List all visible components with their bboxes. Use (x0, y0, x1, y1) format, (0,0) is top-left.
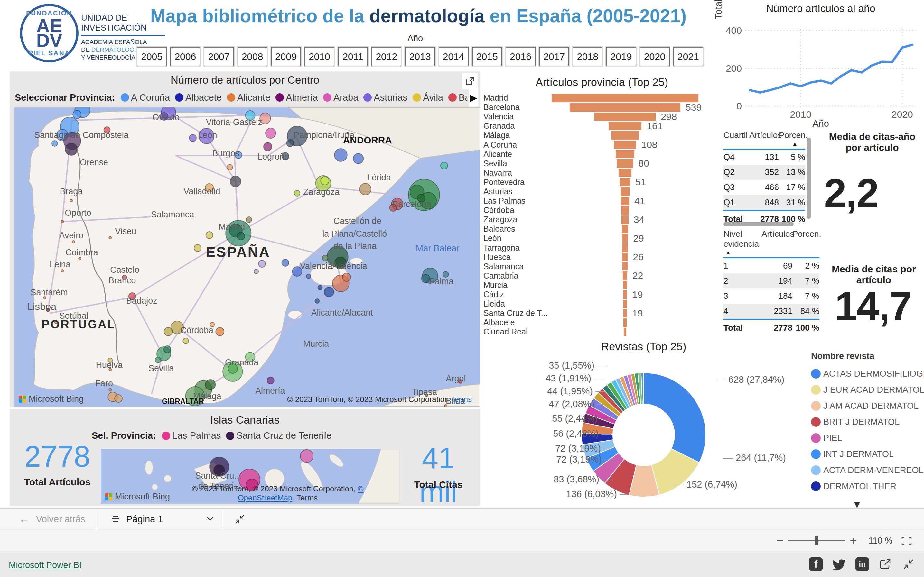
funnel-bar[interactable] (622, 234, 628, 242)
map-bubble[interactable] (237, 232, 245, 240)
map-bubble[interactable] (73, 110, 81, 119)
year-button-2019[interactable]: 2019 (606, 47, 636, 66)
province-filter-asturias[interactable]: Asturias (363, 92, 407, 103)
table-row[interactable]: 1692 % (724, 258, 819, 273)
year-button-2020[interactable]: 2020 (640, 47, 670, 66)
legend-item-int-j-dermatol[interactable]: INT J DERMATOL (811, 446, 924, 462)
province-filter-ávila[interactable]: Ávila (413, 92, 443, 103)
zoom-slider[interactable] (788, 540, 845, 541)
map-bubble[interactable] (61, 269, 64, 272)
funnel-bar[interactable] (622, 262, 627, 271)
province-filter-a-coruña[interactable]: A Coruña (121, 92, 170, 103)
map-bubble[interactable] (360, 183, 371, 195)
year-button-2010[interactable]: 2010 (304, 47, 334, 66)
table-row[interactable]: Q346617 % (724, 180, 805, 195)
zoom-out-button[interactable]: − (772, 534, 788, 548)
slicer-scroll-right-icon[interactable]: ▶ (468, 88, 478, 107)
map-bubble[interactable] (227, 164, 233, 170)
chevron-down-icon[interactable] (206, 516, 214, 523)
funnel-bar[interactable] (615, 150, 635, 158)
terms-link[interactable]: Terms (451, 395, 472, 404)
funnel-bar[interactable] (624, 318, 627, 327)
map-bubble[interactable] (334, 148, 347, 161)
map-bubble[interactable] (115, 395, 122, 402)
province-filter-santa-cruz-de-tenerife[interactable]: Santa Cruz de Tenerife (226, 430, 331, 441)
legend-item-j-eur-acad-dermatol[interactable]: J EUR ACAD DERMATOL (811, 382, 924, 398)
year-button-2016[interactable]: 2016 (506, 47, 536, 66)
evidence-table-header[interactable]: Nivel evidenciaArtículosPorcen. ▲ (724, 229, 819, 258)
back-arrow-icon[interactable]: ← (19, 513, 30, 525)
map-bubble[interactable] (65, 143, 78, 155)
canarias-map[interactable]: Santa Cru...de Teneri... Microsoft Bing … (101, 449, 399, 504)
map-bubble[interactable] (52, 140, 58, 146)
funnel-bar[interactable] (623, 290, 627, 299)
legend-item-dermatol-ther[interactable]: DERMATOL THER (811, 478, 924, 494)
map-bubble[interactable] (294, 190, 300, 196)
map-bubble[interactable] (286, 140, 294, 147)
province-filter-almería[interactable]: Almería (276, 92, 318, 103)
province-filter-albacete[interactable]: Albacete (175, 92, 222, 103)
map-bubble[interactable] (324, 287, 334, 297)
donut-slice-actas-dermosifiliogr[interactable] (644, 373, 706, 463)
map-bubble[interactable] (164, 327, 173, 336)
map-bubble[interactable] (109, 388, 111, 391)
powerbi-link[interactable]: Microsoft Power BI (9, 560, 82, 570)
map-bubble[interactable] (189, 134, 196, 142)
funnel-bar[interactable] (570, 103, 680, 111)
map-bubble[interactable] (321, 177, 329, 185)
funnel-bar[interactable] (621, 197, 629, 205)
funnel-bar[interactable] (609, 122, 642, 130)
map-bubble[interactable] (342, 273, 351, 281)
map-bubble[interactable] (61, 220, 64, 223)
funnel-bar[interactable] (620, 178, 630, 186)
map-bubble[interactable] (246, 217, 252, 222)
back-button[interactable]: Volver atrás (36, 514, 85, 525)
year-button-2021[interactable]: 2021 (673, 47, 703, 66)
year-button-2006[interactable]: 2006 (170, 47, 200, 66)
map-bubble[interactable] (258, 260, 265, 267)
map-bubble[interactable] (282, 259, 289, 266)
exit-fullscreen-icon[interactable] (901, 557, 916, 571)
map-bubble[interactable] (164, 346, 171, 353)
line-chart[interactable]: 020040020102020 (719, 13, 922, 119)
terms-link[interactable]: Terms (297, 493, 318, 502)
funnel-bar[interactable] (624, 328, 626, 336)
popout-icon[interactable] (462, 73, 478, 89)
map-bubble[interactable] (183, 338, 189, 344)
funnel-bar[interactable] (623, 281, 627, 289)
funnel-bar[interactable] (622, 243, 628, 252)
funnel-bar[interactable] (614, 140, 636, 149)
collapse-icon[interactable] (234, 514, 245, 526)
province-filter-araba[interactable]: Araba (323, 92, 358, 103)
map-bubble[interactable] (155, 357, 161, 363)
funnel-bar[interactable] (594, 113, 656, 121)
table-row[interactable]: 4233184 % (724, 304, 819, 319)
table-row[interactable]: Q235213 % (724, 165, 805, 180)
year-button-2015[interactable]: 2015 (472, 47, 502, 66)
pages-icon[interactable] (111, 514, 121, 525)
province-filter-alicante[interactable]: Alicante (227, 92, 270, 103)
zoom-slider-thumb[interactable] (815, 536, 819, 545)
funnel-bar[interactable] (620, 187, 630, 195)
table-row[interactable]: 21947 % (724, 273, 819, 288)
map-bubble[interactable] (216, 327, 224, 336)
funnel-bar[interactable] (623, 309, 627, 318)
legend-item-acta-derm-venereol[interactable]: ACTA DERM-VENEREOL (811, 462, 924, 478)
linkedin-icon[interactable]: in (855, 557, 869, 571)
funnel-bar[interactable] (619, 169, 632, 177)
legend-item-brit-j-dermatol[interactable]: BRIT J DERMATOL (811, 414, 924, 430)
year-button-2013[interactable]: 2013 (405, 47, 435, 66)
zoom-in-button[interactable]: + (845, 534, 861, 548)
legend-item-j-am-acad-dermatol[interactable]: J AM ACAD DERMATOL (811, 398, 924, 414)
map-bubble[interactable] (70, 200, 73, 202)
map-bubble[interactable] (315, 299, 320, 303)
province-filter-las-palmas[interactable]: Las Palmas (162, 430, 221, 441)
map-bubble[interactable] (109, 236, 111, 239)
map-bubble[interactable] (265, 128, 276, 138)
year-button-2017[interactable]: 2017 (539, 47, 569, 66)
funnel-bar[interactable] (612, 131, 638, 140)
funnel-bar[interactable] (617, 159, 633, 168)
map-bubble[interactable] (422, 274, 430, 283)
year-button-2008[interactable]: 2008 (237, 47, 267, 66)
bing-logo[interactable]: Microsoft Bing (19, 394, 84, 404)
